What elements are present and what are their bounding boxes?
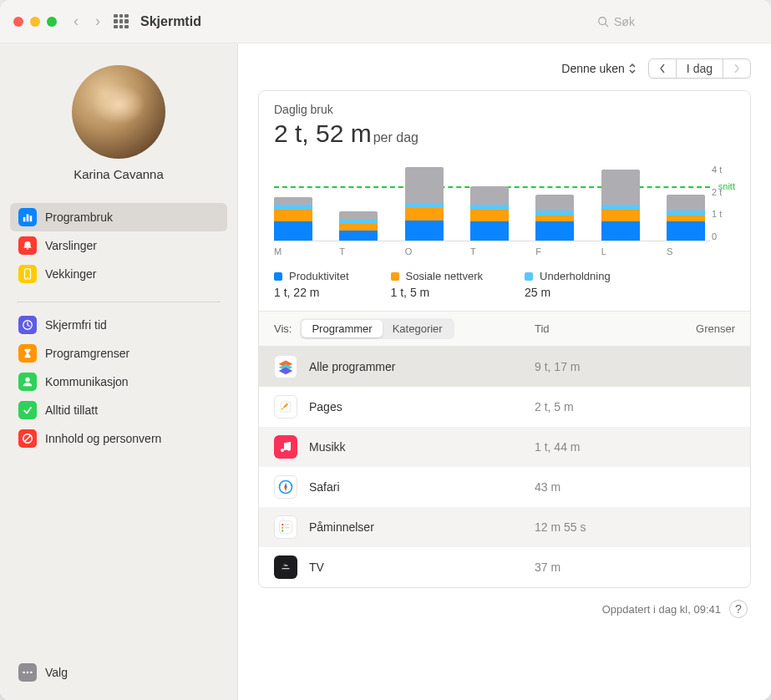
- main-content: Denne uken I dag Daglig: [238, 43, 771, 700]
- chevron-updown-icon: [628, 63, 637, 74]
- sidebar-item-options[interactable]: Valg: [10, 658, 227, 687]
- titlebar: ‹ › Skjermtid Søk: [0, 0, 771, 43]
- app-row[interactable]: Påminnelser12 m 55 s: [259, 507, 750, 547]
- sidebar-divider: [17, 302, 221, 302]
- legend-swatch: [274, 272, 282, 281]
- search-input[interactable]: Søk: [591, 12, 758, 32]
- app-name: Safari: [309, 480, 535, 494]
- back-button[interactable]: ‹: [74, 13, 79, 30]
- zoom-button[interactable]: [47, 17, 57, 27]
- bar-chart-icon: [18, 208, 37, 226]
- sidebar-item-skjermfri-tid[interactable]: Skjermfri tid: [10, 311, 227, 339]
- usage-card: Daglig bruk 2 t, 52 mper dag 4 t2 t1 t0s…: [258, 90, 751, 588]
- sidebar-item-programgrenser[interactable]: Programgrenser: [10, 339, 227, 368]
- bell-icon: [18, 236, 37, 255]
- svg-line-1: [606, 23, 609, 27]
- period-label: Denne uken: [561, 62, 625, 75]
- app-row[interactable]: tvTV37 m: [259, 547, 750, 587]
- sidebar-item-label: Skjermfri tid: [45, 318, 107, 332]
- clock-icon: [18, 316, 37, 334]
- svg-rect-2: [23, 217, 26, 221]
- legend-item: Underholdning25 m: [525, 270, 611, 299]
- app-time: 37 m: [535, 561, 677, 574]
- app-row[interactable]: Musikk1 t, 44 m: [259, 427, 750, 467]
- legend-swatch: [391, 272, 399, 281]
- window: ‹ › Skjermtid Søk Karina Cavanna Program…: [0, 0, 771, 700]
- sidebar-item-label: Kommunikasjon: [45, 375, 129, 388]
- app-name: Pages: [309, 400, 535, 413]
- legend-value: 1 t, 5 m: [391, 286, 484, 299]
- tv-icon: tv: [274, 555, 297, 579]
- apps-grid-icon[interactable]: [114, 14, 129, 29]
- usage-value: 2 t, 52 mper dag: [274, 119, 735, 148]
- sidebar-item-label: Innhold og personvern: [45, 432, 161, 445]
- sidebar-item-kommunikasjon[interactable]: Kommunikasjon: [10, 368, 227, 396]
- app-name: Alle programmer: [309, 360, 535, 373]
- svg-rect-4: [30, 216, 33, 221]
- svg-point-11: [23, 672, 25, 674]
- app-time: 43 m: [535, 480, 677, 494]
- search-icon: [597, 16, 609, 28]
- period-dropdown[interactable]: Denne uken: [558, 60, 640, 77]
- list-icon: [274, 515, 297, 539]
- updated-label: Oppdatert i dag kl, 09:41: [602, 603, 721, 616]
- sidebar-item-programbruk[interactable]: Programbruk: [10, 203, 227, 231]
- svg-point-12: [27, 672, 29, 674]
- chart-avg-label: snitt: [718, 181, 735, 191]
- search-placeholder: Søk: [614, 15, 635, 28]
- window-title: Skjermtid: [140, 14, 201, 29]
- minimize-button[interactable]: [30, 17, 40, 27]
- music-icon: [274, 435, 297, 459]
- app-row[interactable]: Pages2 t, 5 m: [259, 387, 750, 427]
- svg-point-23: [282, 524, 283, 525]
- prev-day-button[interactable]: [649, 59, 677, 78]
- sidebar-item-varslinger[interactable]: Varslinger: [10, 231, 227, 260]
- ellipsis-icon: [18, 663, 37, 682]
- legend-value: 25 m: [525, 286, 611, 299]
- view-tab-kategorier[interactable]: Kategorier: [383, 320, 453, 337]
- today-button[interactable]: I dag: [677, 59, 723, 78]
- svg-point-24: [282, 527, 283, 529]
- stack-icon: [274, 355, 297, 378]
- chevron-left-icon: [659, 63, 666, 74]
- sidebar-item-alltid-tillatt[interactable]: Alltid tillatt: [10, 396, 227, 424]
- traffic-lights: [13, 17, 57, 27]
- usage-suffix: per dag: [373, 130, 418, 145]
- app-time: 1 t, 44 m: [535, 440, 677, 454]
- sidebar-item-label: Programbruk: [45, 211, 113, 224]
- sidebar-item-innhold-og-personvern[interactable]: Innhold og personvern: [10, 424, 227, 453]
- help-button[interactable]: ?: [729, 600, 748, 618]
- view-tab-programmer[interactable]: Programmer: [302, 320, 382, 337]
- today-label: I dag: [687, 62, 713, 75]
- app-name: Påminnelser: [309, 520, 535, 534]
- sidebar-group-2: Skjermfri tidProgramgrenserKommunikasjon…: [10, 311, 227, 453]
- app-name: TV: [309, 561, 535, 574]
- sidebar-group-1: ProgrambrukVarslingerVekkinger: [10, 203, 227, 288]
- legend-swatch: [525, 272, 533, 281]
- next-day-button[interactable]: [723, 59, 750, 78]
- app-time: 2 t, 5 m: [535, 400, 677, 413]
- pencil-icon: [274, 395, 297, 418]
- phone-icon: [18, 265, 37, 283]
- sidebar-item-label: Valg: [45, 666, 68, 679]
- legend-label: Produktivitet: [289, 270, 349, 282]
- sidebar-item-label: Alltid tillatt: [45, 403, 98, 417]
- nosign-icon: [18, 429, 37, 448]
- forward-button[interactable]: ›: [95, 13, 100, 30]
- svg-marker-16: [279, 368, 293, 374]
- chart-x-labels: MTOTFLS: [274, 246, 710, 256]
- sidebar-item-vekkinger[interactable]: Vekkinger: [10, 260, 227, 288]
- app-row[interactable]: Safari43 m: [259, 467, 750, 507]
- legend-value: 1 t, 22 m: [274, 286, 349, 299]
- sidebar-item-label: Programgrenser: [45, 347, 129, 360]
- app-row[interactable]: Alle programmer9 t, 17 m: [259, 347, 750, 387]
- close-button[interactable]: [13, 17, 23, 27]
- svg-point-25: [282, 530, 283, 531]
- compass-icon: [274, 475, 297, 499]
- svg-rect-29: [282, 568, 289, 569]
- legend-label: Sosiale nettverk: [406, 270, 484, 282]
- avatar[interactable]: [72, 65, 165, 159]
- nav-arrows: ‹ ›: [74, 13, 100, 30]
- app-name: Musikk: [309, 440, 535, 454]
- sidebar-item-label: Varslinger: [45, 239, 97, 252]
